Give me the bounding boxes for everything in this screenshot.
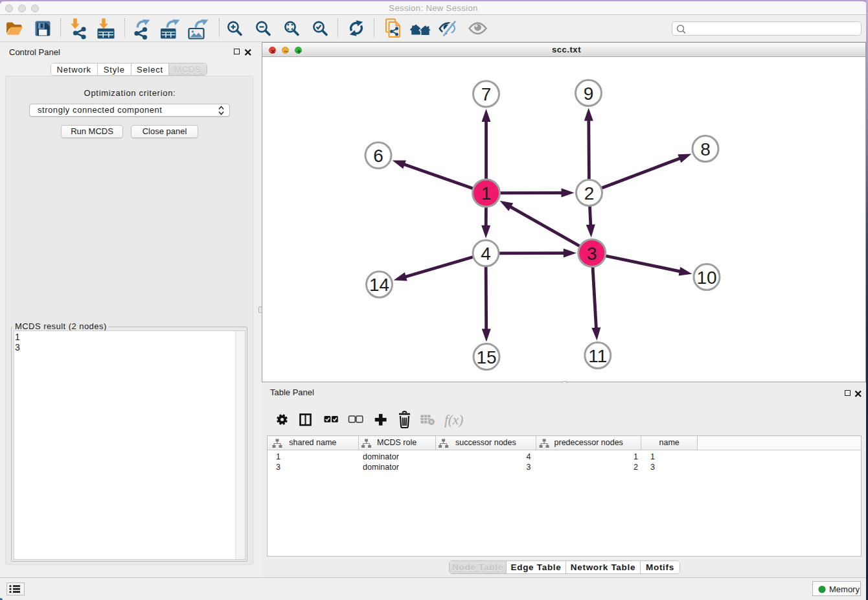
svg-text:2: 2 <box>584 183 595 203</box>
svg-text:9: 9 <box>584 84 594 104</box>
svg-text:10: 10 <box>696 268 716 288</box>
svg-text:14: 14 <box>369 275 389 295</box>
svg-text:11: 11 <box>588 346 607 366</box>
svg-text:3: 3 <box>587 244 597 264</box>
svg-text:7: 7 <box>481 84 492 104</box>
svg-text:4: 4 <box>481 244 491 264</box>
svg-text:8: 8 <box>700 139 711 159</box>
svg-text:1: 1 <box>481 183 492 203</box>
svg-text:6: 6 <box>373 146 383 166</box>
svg-text:f(x): f(x) <box>444 412 463 428</box>
svg-text:15: 15 <box>476 347 496 367</box>
